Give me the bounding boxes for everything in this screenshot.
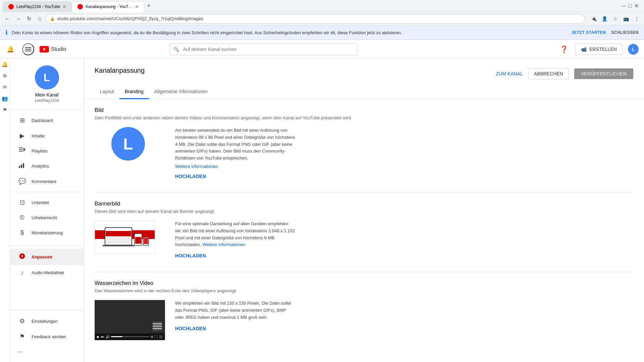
bild-upload-button[interactable]: HOCHLADEN [175, 174, 206, 179]
create-camera-icon: 📹 [581, 47, 587, 52]
bild-info-link[interactable]: Weitere Informationen [175, 164, 633, 169]
maximize-button[interactable]: □ [628, 3, 632, 9]
nav-label-anpassen: Anpassen [32, 254, 52, 259]
watermark-icon-area [153, 321, 162, 332]
settings-video-icon[interactable]: ⚙ [151, 335, 153, 339]
header-actions: ❓ 📹 ERSTELLEN L [558, 43, 639, 55]
svg-rect-9 [19, 166, 20, 168]
browser-tab-2[interactable]: Kanalanpassung - YouTu... ✕ [72, 1, 144, 12]
user-avatar[interactable]: L [628, 44, 639, 55]
strip-icon-flag[interactable]: ⚑ [3, 107, 7, 113]
nav-label-einstellungen: Einstellungen [32, 319, 58, 324]
nav-item-audio-mediathek[interactable]: ♪ Audio-Mediathek [10, 265, 84, 280]
bannerbild-info-text: Für eine optimale Darstellung auf allen … [175, 221, 296, 248]
sidebar-section-2: ⊡ Untertitel © Urheberrecht $ Monetarisi… [10, 192, 84, 243]
nav-item-inhalte[interactable]: ▶ Inhalte [10, 128, 84, 143]
skip-icon[interactable]: ⏭ [101, 335, 104, 339]
warning-cta-button[interactable]: JETZT STARTEN [572, 30, 606, 35]
browser-chrome: LetsPlay1234 - YouTube ✕ Kanalanpassung … [0, 0, 644, 12]
nav-item-analytics[interactable]: Analytics [10, 159, 84, 174]
strip-icon-add[interactable]: ⊕ [3, 73, 7, 79]
playlists-icon [18, 147, 26, 155]
more-icon: ··· [16, 348, 24, 355]
bild-info-text: Am besten verwendest du ein Bild mit ein… [175, 127, 296, 162]
svg-rect-19 [102, 245, 135, 246]
wasserzeichen-upload-button[interactable]: HOCHLADEN [175, 326, 206, 331]
theater-icon[interactable]: ⬛ [159, 335, 163, 339]
refresh-button[interactable]: ↻ [24, 14, 34, 23]
warning-close-button[interactable]: SCHLIESSEN [611, 30, 639, 35]
veroeffentlichen-button[interactable]: VERÖFFENTLICHEN [574, 68, 633, 79]
nav-label-urheberrecht: Urheberrecht [32, 215, 57, 220]
address-bar[interactable]: 🔒 studio.youtube.com/channel/UCocN6zQPHQ… [46, 14, 585, 23]
star-button[interactable]: ☆ [610, 14, 620, 23]
bild-preview-area: L [95, 127, 162, 161]
address-text: studio.youtube.com/channel/UCocN6zQPHQZ_… [57, 16, 203, 21]
progress-bar[interactable] [111, 336, 149, 337]
youtube-studio-logo[interactable]: Studio [40, 46, 66, 53]
banner-svg [95, 221, 155, 254]
forward-button[interactable]: → [13, 14, 23, 23]
zum-kanal-link[interactable]: ZUM KANAL [496, 71, 523, 76]
analytics-icon [18, 163, 26, 170]
nav-item-urheberrecht[interactable]: © Urheberrecht [10, 210, 84, 225]
nav-item-kommentare[interactable]: 💬 Kommentare [10, 174, 84, 189]
fullscreen-icon[interactable]: ⛶ [155, 335, 158, 339]
nav-item-untertitel[interactable]: ⊡ Untertitel [10, 195, 84, 210]
nav-items: ⊞ Dashboard ▶ Inhalte [10, 110, 84, 286]
nav-item-anpassen[interactable]: Anpassen [10, 249, 84, 265]
nav-item-einstellungen[interactable]: ⚙ Einstellungen [10, 313, 84, 329]
new-tab-button[interactable]: + [144, 0, 153, 12]
svg-rect-2 [25, 51, 31, 51]
strip-icon-mail[interactable]: ✉ [3, 84, 7, 90]
browser-tab-1[interactable]: LetsPlay1234 - YouTube ✕ [3, 1, 72, 12]
lock-icon: 🔒 [50, 16, 55, 21]
bild-section: Bild Dein Profilbild wird unter anderem … [95, 107, 633, 179]
studio-logo-text: Studio [51, 46, 66, 52]
tab-branding[interactable]: Branding [119, 85, 149, 99]
close-window-button[interactable]: ✕ [634, 3, 639, 9]
nav-item-feedback[interactable]: ⚑ Feedback senden [10, 329, 84, 344]
tab-allgemeine[interactable]: Allgemeine Informationen [149, 85, 213, 99]
tab-close-2[interactable]: ✕ [135, 4, 139, 9]
search-input[interactable] [169, 43, 357, 55]
nav-item-playlists[interactable]: Playlists [10, 143, 84, 159]
nav-item-dashboard[interactable]: ⊞ Dashboard [10, 113, 84, 128]
section-divider-2 [95, 272, 633, 272]
bannerbild-info-link[interactable]: Weitere Informationen [202, 242, 245, 247]
svg-rect-22 [135, 234, 141, 237]
abbrechen-button[interactable]: ABBRECHEN [528, 68, 569, 79]
untertitel-icon: ⊡ [18, 199, 26, 206]
nav-label-analytics: Analytics [32, 164, 49, 169]
cast-button[interactable]: 📺 [621, 14, 631, 23]
tab-layout[interactable]: Layout [95, 85, 119, 99]
settings-nav-button[interactable]: ⋮ [632, 14, 641, 23]
nav-item-monetarisierung[interactable]: $ Monetarisierung [10, 225, 84, 240]
content-body: Bild Dein Profilbild wird unter anderem … [84, 99, 644, 362]
tab-close-1[interactable]: ✕ [63, 4, 66, 9]
menu-hamburger-button[interactable] [22, 43, 34, 55]
extensions-button[interactable]: 🔌 [589, 14, 598, 23]
nav-label-audio-mediathek: Audio-Mediathek [32, 270, 64, 275]
main-content: Kanalanpassung ZUM KANAL ABBRECHEN VERÖF… [84, 59, 644, 362]
home-button[interactable]: ⌂ [35, 14, 44, 23]
notification-icon[interactable]: 🔔 [7, 46, 14, 53]
svg-rect-17 [106, 231, 131, 236]
strip-icon-notifications[interactable]: 🔔 [2, 61, 8, 67]
search-icon: 🔍 [173, 47, 179, 52]
strip-icon-people[interactable]: 👥 [2, 96, 8, 102]
nav-item-more[interactable]: ··· [10, 344, 84, 359]
play-icon[interactable]: ▶ [97, 335, 100, 339]
minimize-button[interactable]: ─ [622, 3, 626, 9]
bannerbild-upload-button[interactable]: HOCHLADEN [175, 253, 206, 258]
volume-icon[interactable]: 🔊 [106, 335, 110, 339]
left-icon-strip: 🔔 ⊕ ✉ 👥 ⚑ [0, 59, 10, 362]
svg-rect-7 [19, 151, 23, 152]
section-divider-1 [95, 192, 633, 193]
back-button[interactable]: ← [3, 14, 12, 23]
wasserzeichen-description: Das Wasserzeichen wird in der rechten Ec… [95, 288, 633, 293]
profile-button[interactable]: 👤 [600, 14, 609, 23]
page-header-actions: ZUM KANAL ABBRECHEN VERÖFFENTLICHEN [496, 68, 633, 79]
create-button[interactable]: 📹 ERSTELLEN [575, 44, 623, 55]
help-button[interactable]: ❓ [558, 43, 570, 55]
